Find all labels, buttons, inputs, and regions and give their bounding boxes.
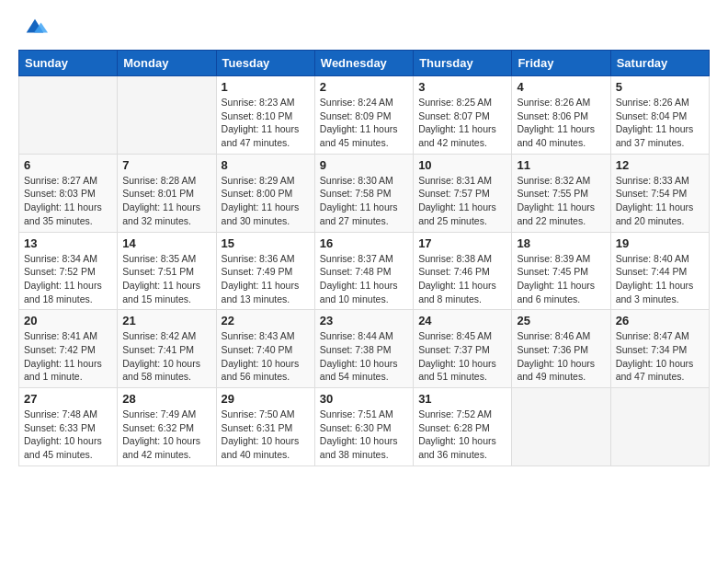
day-number: 7: [122, 158, 210, 172]
day-info: Sunrise: 8:35 AM Sunset: 7:51 PM Dayligh…: [122, 252, 210, 306]
calendar-cell: 8Sunrise: 8:29 AM Sunset: 8:00 PM Daylig…: [216, 154, 314, 232]
day-info: Sunrise: 7:50 AM Sunset: 6:31 PM Dayligh…: [222, 408, 310, 462]
day-info: Sunrise: 8:26 AM Sunset: 8:04 PM Dayligh…: [616, 96, 704, 150]
calendar-cell: 6Sunrise: 8:27 AM Sunset: 8:03 PM Daylig…: [19, 154, 118, 232]
calendar-cell: 25Sunrise: 8:46 AM Sunset: 7:36 PM Dayli…: [512, 310, 610, 388]
day-info: Sunrise: 8:32 AM Sunset: 7:55 PM Dayligh…: [517, 174, 605, 228]
day-number: 21: [122, 314, 210, 327]
day-number: 15: [222, 236, 310, 250]
calendar-cell: [19, 76, 118, 155]
calendar-cell: 30Sunrise: 7:51 AM Sunset: 6:30 PM Dayli…: [314, 388, 413, 466]
calendar-week-row: 27Sunrise: 7:48 AM Sunset: 6:33 PM Dayli…: [19, 388, 710, 466]
calendar-cell: 18Sunrise: 8:39 AM Sunset: 7:45 PM Dayli…: [512, 232, 610, 310]
calendar-cell: [512, 388, 610, 466]
calendar-cell: 19Sunrise: 8:40 AM Sunset: 7:44 PM Dayli…: [610, 232, 709, 310]
day-info: Sunrise: 8:31 AM Sunset: 7:57 PM Dayligh…: [418, 174, 506, 228]
calendar-cell: 15Sunrise: 8:36 AM Sunset: 7:49 PM Dayli…: [216, 232, 314, 310]
calendar-cell: 10Sunrise: 8:31 AM Sunset: 7:57 PM Dayli…: [414, 154, 512, 232]
day-number: 3: [418, 80, 506, 94]
calendar-cell: 1Sunrise: 8:23 AM Sunset: 8:10 PM Daylig…: [216, 76, 314, 155]
day-number: 12: [616, 158, 704, 172]
calendar-header-row: SundayMondayTuesdayWednesdayThursdayFrid…: [19, 51, 710, 76]
weekday-header: Sunday: [19, 51, 118, 76]
day-info: Sunrise: 8:41 AM Sunset: 7:42 PM Dayligh…: [24, 329, 112, 384]
day-info: Sunrise: 7:48 AM Sunset: 6:33 PM Dayligh…: [24, 408, 112, 462]
calendar-cell: 13Sunrise: 8:34 AM Sunset: 7:52 PM Dayli…: [19, 232, 118, 310]
calendar-cell: 11Sunrise: 8:32 AM Sunset: 7:55 PM Dayli…: [512, 154, 610, 232]
calendar-cell: 20Sunrise: 8:41 AM Sunset: 7:42 PM Dayli…: [19, 310, 118, 388]
calendar-cell: 17Sunrise: 8:38 AM Sunset: 7:46 PM Dayli…: [414, 232, 512, 310]
day-info: Sunrise: 8:34 AM Sunset: 7:52 PM Dayligh…: [24, 252, 112, 306]
day-number: 16: [320, 236, 408, 250]
day-number: 1: [222, 80, 310, 94]
day-number: 24: [418, 314, 506, 327]
day-info: Sunrise: 8:27 AM Sunset: 8:03 PM Dayligh…: [24, 174, 112, 228]
calendar: SundayMondayTuesdayWednesdayThursdayFrid…: [18, 50, 710, 466]
day-info: Sunrise: 8:44 AM Sunset: 7:38 PM Dayligh…: [320, 329, 408, 384]
day-info: Sunrise: 8:30 AM Sunset: 7:58 PM Dayligh…: [320, 174, 408, 228]
day-number: 6: [24, 158, 112, 172]
day-number: 14: [122, 236, 210, 250]
day-info: Sunrise: 8:24 AM Sunset: 8:09 PM Dayligh…: [320, 96, 408, 150]
day-info: Sunrise: 8:26 AM Sunset: 8:06 PM Dayligh…: [517, 96, 605, 150]
day-info: Sunrise: 8:47 AM Sunset: 7:34 PM Dayligh…: [616, 329, 704, 384]
calendar-cell: 26Sunrise: 8:47 AM Sunset: 7:34 PM Dayli…: [610, 310, 709, 388]
calendar-cell: 21Sunrise: 8:42 AM Sunset: 7:41 PM Dayli…: [118, 310, 216, 388]
day-info: Sunrise: 8:23 AM Sunset: 8:10 PM Dayligh…: [222, 96, 310, 150]
day-number: 25: [517, 314, 605, 327]
weekday-header: Friday: [512, 51, 610, 76]
weekday-header: Tuesday: [216, 51, 314, 76]
day-info: Sunrise: 8:29 AM Sunset: 8:00 PM Dayligh…: [222, 174, 310, 228]
day-number: 28: [122, 392, 210, 406]
calendar-cell: [610, 388, 709, 466]
day-info: Sunrise: 8:45 AM Sunset: 7:37 PM Dayligh…: [418, 329, 506, 384]
header: [18, 15, 710, 40]
calendar-cell: 31Sunrise: 7:52 AM Sunset: 6:28 PM Dayli…: [414, 388, 512, 466]
calendar-cell: 23Sunrise: 8:44 AM Sunset: 7:38 PM Dayli…: [314, 310, 413, 388]
calendar-cell: 12Sunrise: 8:33 AM Sunset: 7:54 PM Dayli…: [610, 154, 709, 232]
day-info: Sunrise: 8:28 AM Sunset: 8:01 PM Dayligh…: [122, 174, 210, 228]
day-number: 11: [517, 158, 605, 172]
day-number: 26: [616, 314, 704, 327]
calendar-cell: 5Sunrise: 8:26 AM Sunset: 8:04 PM Daylig…: [610, 76, 709, 155]
day-info: Sunrise: 8:46 AM Sunset: 7:36 PM Dayligh…: [517, 329, 605, 384]
calendar-cell: 29Sunrise: 7:50 AM Sunset: 6:31 PM Dayli…: [216, 388, 314, 466]
weekday-header: Saturday: [610, 51, 709, 76]
day-info: Sunrise: 8:40 AM Sunset: 7:44 PM Dayligh…: [616, 252, 704, 306]
day-number: 10: [418, 158, 506, 172]
day-info: Sunrise: 8:33 AM Sunset: 7:54 PM Dayligh…: [616, 174, 704, 228]
day-number: 18: [517, 236, 605, 250]
day-number: 2: [320, 80, 408, 94]
calendar-cell: 7Sunrise: 8:28 AM Sunset: 8:01 PM Daylig…: [118, 154, 216, 232]
day-number: 4: [517, 80, 605, 94]
day-number: 31: [418, 392, 506, 406]
day-info: Sunrise: 7:52 AM Sunset: 6:28 PM Dayligh…: [418, 408, 506, 462]
calendar-cell: [118, 76, 216, 155]
day-info: Sunrise: 7:51 AM Sunset: 6:30 PM Dayligh…: [320, 408, 408, 462]
weekday-header: Wednesday: [314, 51, 413, 76]
day-number: 8: [222, 158, 310, 172]
day-info: Sunrise: 8:36 AM Sunset: 7:49 PM Dayligh…: [222, 252, 310, 306]
calendar-cell: 28Sunrise: 7:49 AM Sunset: 6:32 PM Dayli…: [118, 388, 216, 466]
day-number: 13: [24, 236, 112, 250]
day-number: 5: [616, 80, 704, 94]
day-number: 17: [418, 236, 506, 250]
calendar-week-row: 1Sunrise: 8:23 AM Sunset: 8:10 PM Daylig…: [19, 76, 710, 155]
weekday-header: Monday: [118, 51, 216, 76]
logo-icon: [22, 15, 48, 40]
calendar-cell: 3Sunrise: 8:25 AM Sunset: 8:07 PM Daylig…: [414, 76, 512, 155]
calendar-cell: 16Sunrise: 8:37 AM Sunset: 7:48 PM Dayli…: [314, 232, 413, 310]
day-info: Sunrise: 8:25 AM Sunset: 8:07 PM Dayligh…: [418, 96, 506, 150]
day-number: 20: [24, 314, 112, 327]
day-number: 9: [320, 158, 408, 172]
day-number: 19: [616, 236, 704, 250]
calendar-cell: 24Sunrise: 8:45 AM Sunset: 7:37 PM Dayli…: [414, 310, 512, 388]
calendar-cell: 9Sunrise: 8:30 AM Sunset: 7:58 PM Daylig…: [314, 154, 413, 232]
day-number: 30: [320, 392, 408, 406]
weekday-header: Thursday: [414, 51, 512, 76]
calendar-week-row: 20Sunrise: 8:41 AM Sunset: 7:42 PM Dayli…: [19, 310, 710, 388]
page: SundayMondayTuesdayWednesdayThursdayFrid…: [0, 0, 728, 481]
day-info: Sunrise: 8:37 AM Sunset: 7:48 PM Dayligh…: [320, 252, 408, 306]
day-info: Sunrise: 8:39 AM Sunset: 7:45 PM Dayligh…: [517, 252, 605, 306]
day-number: 22: [222, 314, 310, 327]
